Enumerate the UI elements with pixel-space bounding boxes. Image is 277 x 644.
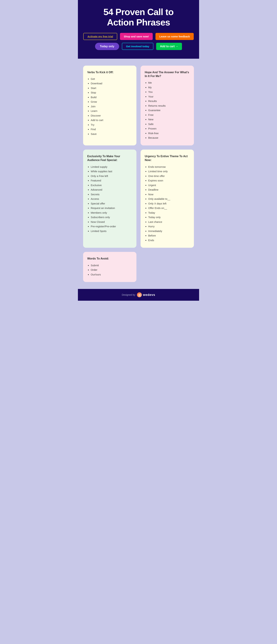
avoid-card-title: Words To Avoid: xyxy=(87,257,132,260)
list-item: Find xyxy=(91,128,132,132)
list-item: Results xyxy=(148,99,190,103)
wedevs-brand-name: wedevs xyxy=(143,293,155,297)
activate-trial-button[interactable]: Activate my free trial xyxy=(83,33,117,40)
middle-cards-grid: Exclusivity To Make Your Audience Feel S… xyxy=(83,150,194,248)
list-item: Hurry xyxy=(148,224,190,228)
get-involved-button[interactable]: Get involved today xyxy=(122,43,154,50)
exclusivity-card: Exclusivity To Make Your Audience Feel S… xyxy=(83,150,136,248)
list-item: One-time offer xyxy=(148,174,190,178)
hope-card-title: Hope And The Answer For What's In It For… xyxy=(145,70,190,78)
list-item: Order xyxy=(91,268,132,272)
exclusivity-list: Limited supplyWhile supplies lastOnly a … xyxy=(87,165,132,233)
top-cards-grid: Verbs To Kick it Off: GetDownloadStartSt… xyxy=(83,66,194,146)
list-item: Limited Spots xyxy=(91,229,132,233)
urgency-card: Urgency To Entive Theme To Act Now: Ends… xyxy=(140,150,194,248)
list-item: Now Closed xyxy=(91,220,132,224)
hope-card: Hope And The Answer For What's In It For… xyxy=(140,66,194,146)
avoid-list: SubmitOrderOur/ours xyxy=(87,264,132,277)
header-section: 54 Proven Call to Action Phrases Activat… xyxy=(78,0,199,59)
list-item: Stop xyxy=(91,91,132,95)
list-item: Returns results xyxy=(148,104,190,108)
add-to-cart-button[interactable]: Add to cart → xyxy=(156,43,182,50)
today-only-button[interactable]: Today only xyxy=(95,43,119,50)
list-item: Limited supply xyxy=(91,165,132,169)
list-item: Special offer xyxy=(91,202,132,206)
list-item: Our/ours xyxy=(91,273,132,277)
list-item: Limited time only xyxy=(148,170,190,174)
list-item: Add to cart xyxy=(91,118,132,122)
list-item: Expires soon xyxy=(148,179,190,183)
footer-section: Designed by w wedevs xyxy=(78,289,199,301)
list-item: You xyxy=(148,90,190,94)
list-item: Get xyxy=(91,77,132,81)
designed-by-label: Designed by xyxy=(122,294,136,296)
list-item: Save xyxy=(91,132,132,136)
list-item: Only X days left xyxy=(148,202,190,206)
main-content: Verbs To Kick it Off: GetDownloadStartSt… xyxy=(78,59,199,289)
list-item: Build xyxy=(91,96,132,99)
list-item: Your xyxy=(148,95,190,99)
buttons-row-1: Activate my free trial Shop and save now… xyxy=(83,33,194,40)
list-item: Immediately xyxy=(148,229,190,233)
leave-feedback-button[interactable]: Leave us some feedback xyxy=(156,33,194,40)
list-item: Pre-register/Pre-order xyxy=(91,224,132,228)
list-item: Learn xyxy=(91,109,132,113)
list-item: Only available to__ xyxy=(148,197,190,201)
list-item: Ends tomorrow xyxy=(148,165,190,169)
buttons-row-2: Today only Get involved today Add to car… xyxy=(83,43,194,50)
list-item: Featured xyxy=(91,179,132,183)
list-item: Exclusive xyxy=(91,183,132,187)
hope-list: MeMyYouYourResultsReturns resultsGuarant… xyxy=(145,81,190,140)
verbs-list: GetDownloadStartStopBuildGrowJoinLearnDi… xyxy=(87,77,132,136)
shop-save-button[interactable]: Shop and save now! xyxy=(120,33,153,40)
list-item: Subscribers only xyxy=(91,215,132,219)
list-item: Try xyxy=(91,123,132,127)
list-item: Me xyxy=(148,81,190,85)
list-item: Guarantee xyxy=(148,108,190,112)
list-item: New xyxy=(148,118,190,122)
list-item: Grow xyxy=(91,100,132,104)
list-item: Access xyxy=(91,197,132,201)
list-item: Join xyxy=(91,104,132,108)
exclusivity-card-title: Exclusivity To Make Your Audience Feel S… xyxy=(87,154,132,162)
list-item: Now xyxy=(148,192,190,196)
urgency-list: Ends tomorrowLimited time onlyOne-time o… xyxy=(145,165,190,242)
list-item: Free xyxy=(148,113,190,117)
list-item: Offer Ends on__ xyxy=(148,206,190,210)
list-item: Discover xyxy=(91,114,132,118)
list-item: Safe xyxy=(148,122,190,126)
list-item: Ends xyxy=(148,238,190,242)
list-item: Because xyxy=(148,136,190,140)
list-item: Only a Few left xyxy=(91,174,132,178)
list-item: Last chance xyxy=(148,220,190,224)
list-item: Secrets xyxy=(91,192,132,196)
avoid-card: Words To Avoid: SubmitOrderOur/ours xyxy=(83,252,136,282)
wedevs-logo: w wedevs xyxy=(137,292,155,297)
urgency-card-title: Urgency To Entive Theme To Act Now: xyxy=(145,154,190,162)
verbs-card-title: Verbs To Kick it Off: xyxy=(87,70,132,74)
list-item: Before xyxy=(148,234,190,238)
list-item: Urgent xyxy=(148,183,190,187)
list-item: Request an invitation xyxy=(91,206,132,210)
list-item: Download xyxy=(91,82,132,86)
list-item: Advanced xyxy=(91,188,132,192)
list-item: Submit xyxy=(91,264,132,268)
list-item: Today xyxy=(148,211,190,215)
list-item: While supplies last xyxy=(91,170,132,174)
list-item: Risk-free xyxy=(148,132,190,136)
wedevs-logo-icon: w xyxy=(137,292,142,297)
page-title: 54 Proven Call to Action Phrases xyxy=(83,7,194,28)
list-item: Members only xyxy=(91,211,132,215)
list-item: Start xyxy=(91,86,132,90)
list-item: My xyxy=(148,86,190,90)
verbs-card: Verbs To Kick it Off: GetDownloadStartSt… xyxy=(83,66,136,146)
list-item: Proven xyxy=(148,127,190,131)
list-item: Today only xyxy=(148,215,190,219)
list-item: Deadline xyxy=(148,188,190,192)
